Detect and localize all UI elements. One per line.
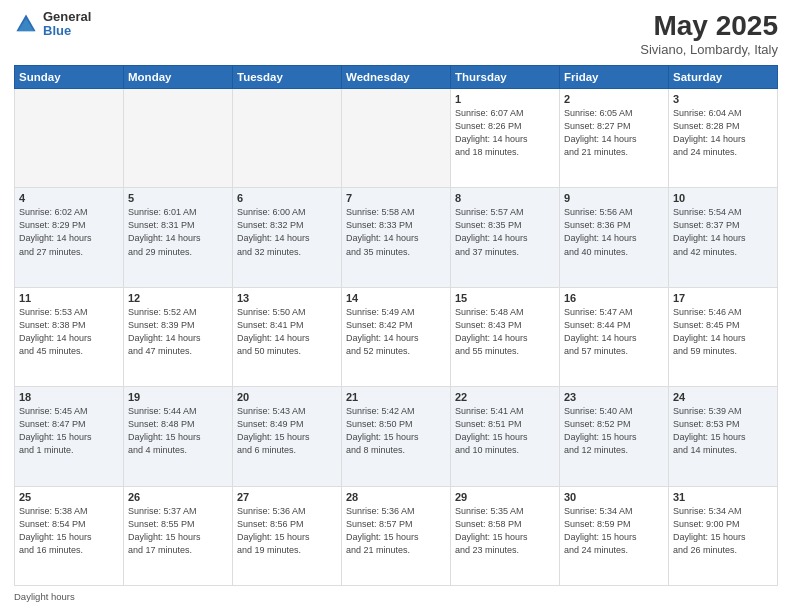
- day-cell: 18Sunrise: 5:45 AMSunset: 8:47 PMDayligh…: [15, 387, 124, 486]
- day-info: Sunrise: 5:38 AMSunset: 8:54 PMDaylight:…: [19, 505, 119, 557]
- weekday-header-tuesday: Tuesday: [233, 66, 342, 89]
- title-block: May 2025 Siviano, Lombardy, Italy: [640, 10, 778, 57]
- day-cell: 27Sunrise: 5:36 AMSunset: 8:56 PMDayligh…: [233, 486, 342, 585]
- day-cell: 22Sunrise: 5:41 AMSunset: 8:51 PMDayligh…: [451, 387, 560, 486]
- day-info: Sunrise: 5:50 AMSunset: 8:41 PMDaylight:…: [237, 306, 337, 358]
- day-cell: 9Sunrise: 5:56 AMSunset: 8:36 PMDaylight…: [560, 188, 669, 287]
- calendar-table: SundayMondayTuesdayWednesdayThursdayFrid…: [14, 65, 778, 586]
- day-cell: 4Sunrise: 6:02 AMSunset: 8:29 PMDaylight…: [15, 188, 124, 287]
- day-info: Sunrise: 5:48 AMSunset: 8:43 PMDaylight:…: [455, 306, 555, 358]
- day-info: Sunrise: 5:39 AMSunset: 8:53 PMDaylight:…: [673, 405, 773, 457]
- day-cell: 11Sunrise: 5:53 AMSunset: 8:38 PMDayligh…: [15, 287, 124, 386]
- day-info: Sunrise: 5:42 AMSunset: 8:50 PMDaylight:…: [346, 405, 446, 457]
- week-row-2: 4Sunrise: 6:02 AMSunset: 8:29 PMDaylight…: [15, 188, 778, 287]
- day-number: 19: [128, 391, 228, 403]
- week-row-3: 11Sunrise: 5:53 AMSunset: 8:38 PMDayligh…: [15, 287, 778, 386]
- day-number: 1: [455, 93, 555, 105]
- day-cell: 30Sunrise: 5:34 AMSunset: 8:59 PMDayligh…: [560, 486, 669, 585]
- logo-icon: [14, 12, 38, 36]
- day-number: 2: [564, 93, 664, 105]
- day-cell: 15Sunrise: 5:48 AMSunset: 8:43 PMDayligh…: [451, 287, 560, 386]
- day-number: 30: [564, 491, 664, 503]
- day-number: 6: [237, 192, 337, 204]
- weekday-header-row: SundayMondayTuesdayWednesdayThursdayFrid…: [15, 66, 778, 89]
- day-cell: 7Sunrise: 5:58 AMSunset: 8:33 PMDaylight…: [342, 188, 451, 287]
- day-number: 4: [19, 192, 119, 204]
- weekday-header-friday: Friday: [560, 66, 669, 89]
- day-cell: 1Sunrise: 6:07 AMSunset: 8:26 PMDaylight…: [451, 89, 560, 188]
- week-row-1: 1Sunrise: 6:07 AMSunset: 8:26 PMDaylight…: [15, 89, 778, 188]
- day-info: Sunrise: 5:53 AMSunset: 8:38 PMDaylight:…: [19, 306, 119, 358]
- day-info: Sunrise: 5:43 AMSunset: 8:49 PMDaylight:…: [237, 405, 337, 457]
- day-number: 26: [128, 491, 228, 503]
- location-subtitle: Siviano, Lombardy, Italy: [640, 42, 778, 57]
- week-row-4: 18Sunrise: 5:45 AMSunset: 8:47 PMDayligh…: [15, 387, 778, 486]
- logo: General Blue: [14, 10, 91, 39]
- day-info: Sunrise: 5:58 AMSunset: 8:33 PMDaylight:…: [346, 206, 446, 258]
- day-info: Sunrise: 5:34 AMSunset: 8:59 PMDaylight:…: [564, 505, 664, 557]
- weekday-header-sunday: Sunday: [15, 66, 124, 89]
- weekday-header-thursday: Thursday: [451, 66, 560, 89]
- day-number: 28: [346, 491, 446, 503]
- logo-blue: Blue: [43, 24, 91, 38]
- day-cell: 5Sunrise: 6:01 AMSunset: 8:31 PMDaylight…: [124, 188, 233, 287]
- day-info: Sunrise: 5:34 AMSunset: 9:00 PMDaylight:…: [673, 505, 773, 557]
- day-number: 12: [128, 292, 228, 304]
- day-info: Sunrise: 5:40 AMSunset: 8:52 PMDaylight:…: [564, 405, 664, 457]
- day-info: Sunrise: 5:49 AMSunset: 8:42 PMDaylight:…: [346, 306, 446, 358]
- day-cell: 19Sunrise: 5:44 AMSunset: 8:48 PMDayligh…: [124, 387, 233, 486]
- day-info: Sunrise: 5:46 AMSunset: 8:45 PMDaylight:…: [673, 306, 773, 358]
- day-number: 20: [237, 391, 337, 403]
- footer-label: Daylight hours: [14, 591, 75, 602]
- day-number: 24: [673, 391, 773, 403]
- day-number: 10: [673, 192, 773, 204]
- day-number: 3: [673, 93, 773, 105]
- day-number: 16: [564, 292, 664, 304]
- day-number: 21: [346, 391, 446, 403]
- day-info: Sunrise: 5:44 AMSunset: 8:48 PMDaylight:…: [128, 405, 228, 457]
- day-cell: 17Sunrise: 5:46 AMSunset: 8:45 PMDayligh…: [669, 287, 778, 386]
- day-number: 25: [19, 491, 119, 503]
- week-row-5: 25Sunrise: 5:38 AMSunset: 8:54 PMDayligh…: [15, 486, 778, 585]
- day-cell: [124, 89, 233, 188]
- day-info: Sunrise: 6:02 AMSunset: 8:29 PMDaylight:…: [19, 206, 119, 258]
- day-number: 23: [564, 391, 664, 403]
- weekday-header-saturday: Saturday: [669, 66, 778, 89]
- day-number: 7: [346, 192, 446, 204]
- day-cell: 31Sunrise: 5:34 AMSunset: 9:00 PMDayligh…: [669, 486, 778, 585]
- header: General Blue May 2025 Siviano, Lombardy,…: [14, 10, 778, 57]
- day-number: 8: [455, 192, 555, 204]
- day-info: Sunrise: 6:01 AMSunset: 8:31 PMDaylight:…: [128, 206, 228, 258]
- day-info: Sunrise: 5:37 AMSunset: 8:55 PMDaylight:…: [128, 505, 228, 557]
- day-cell: 2Sunrise: 6:05 AMSunset: 8:27 PMDaylight…: [560, 89, 669, 188]
- day-cell: 16Sunrise: 5:47 AMSunset: 8:44 PMDayligh…: [560, 287, 669, 386]
- page: General Blue May 2025 Siviano, Lombardy,…: [0, 0, 792, 612]
- day-cell: 24Sunrise: 5:39 AMSunset: 8:53 PMDayligh…: [669, 387, 778, 486]
- day-info: Sunrise: 5:41 AMSunset: 8:51 PMDaylight:…: [455, 405, 555, 457]
- logo-text: General Blue: [43, 10, 91, 39]
- day-info: Sunrise: 5:36 AMSunset: 8:56 PMDaylight:…: [237, 505, 337, 557]
- day-info: Sunrise: 5:54 AMSunset: 8:37 PMDaylight:…: [673, 206, 773, 258]
- month-year-title: May 2025: [640, 10, 778, 42]
- day-number: 27: [237, 491, 337, 503]
- day-cell: 25Sunrise: 5:38 AMSunset: 8:54 PMDayligh…: [15, 486, 124, 585]
- day-number: 14: [346, 292, 446, 304]
- day-cell: 20Sunrise: 5:43 AMSunset: 8:49 PMDayligh…: [233, 387, 342, 486]
- day-info: Sunrise: 5:52 AMSunset: 8:39 PMDaylight:…: [128, 306, 228, 358]
- day-number: 18: [19, 391, 119, 403]
- day-cell: 6Sunrise: 6:00 AMSunset: 8:32 PMDaylight…: [233, 188, 342, 287]
- day-info: Sunrise: 5:36 AMSunset: 8:57 PMDaylight:…: [346, 505, 446, 557]
- day-info: Sunrise: 6:04 AMSunset: 8:28 PMDaylight:…: [673, 107, 773, 159]
- day-cell: 23Sunrise: 5:40 AMSunset: 8:52 PMDayligh…: [560, 387, 669, 486]
- day-cell: [15, 89, 124, 188]
- day-cell: 21Sunrise: 5:42 AMSunset: 8:50 PMDayligh…: [342, 387, 451, 486]
- day-cell: 29Sunrise: 5:35 AMSunset: 8:58 PMDayligh…: [451, 486, 560, 585]
- day-cell: 13Sunrise: 5:50 AMSunset: 8:41 PMDayligh…: [233, 287, 342, 386]
- day-info: Sunrise: 5:35 AMSunset: 8:58 PMDaylight:…: [455, 505, 555, 557]
- day-cell: 3Sunrise: 6:04 AMSunset: 8:28 PMDaylight…: [669, 89, 778, 188]
- day-info: Sunrise: 5:56 AMSunset: 8:36 PMDaylight:…: [564, 206, 664, 258]
- day-info: Sunrise: 5:57 AMSunset: 8:35 PMDaylight:…: [455, 206, 555, 258]
- day-cell: [342, 89, 451, 188]
- day-info: Sunrise: 6:00 AMSunset: 8:32 PMDaylight:…: [237, 206, 337, 258]
- logo-general: General: [43, 10, 91, 24]
